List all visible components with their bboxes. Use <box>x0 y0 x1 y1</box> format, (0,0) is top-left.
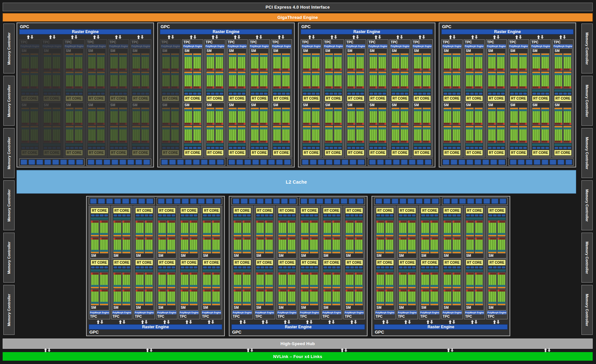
cuda-core-bars <box>312 129 320 141</box>
sm-processing-block <box>212 237 220 253</box>
tex-unit-bar <box>488 147 505 149</box>
sm-label: SM <box>303 49 320 53</box>
scheduler-strip <box>310 304 318 305</box>
rop-unit <box>424 199 430 204</box>
core-bar <box>335 223 336 233</box>
core-bar <box>188 111 190 123</box>
core-bar <box>199 75 201 87</box>
core-bar <box>145 111 147 123</box>
up-down-arrow-pair-icon <box>246 348 254 352</box>
core-bar <box>72 75 74 87</box>
sm-block-grid <box>135 272 153 305</box>
tex-segment <box>203 214 207 216</box>
cuda-core-bars <box>22 129 29 141</box>
cuda-core-bars <box>288 275 295 285</box>
rop-unit <box>349 199 355 204</box>
core-bar <box>251 129 253 141</box>
core-bar <box>444 223 446 233</box>
sm-processing-block <box>399 272 407 289</box>
tex-segment <box>390 214 393 216</box>
rt-core-box: RT CORE <box>66 150 83 156</box>
rop-unit <box>467 159 473 165</box>
core-bar <box>218 57 220 68</box>
scheduler-strip <box>91 304 99 305</box>
tex-unit-bar <box>466 92 483 95</box>
core-bar <box>113 111 114 123</box>
sm-block-grid <box>488 53 505 89</box>
core-bar <box>46 129 48 141</box>
tensor-square <box>398 123 399 125</box>
cuda-core-bars <box>123 292 130 302</box>
core-bar <box>425 57 427 68</box>
sm-block: SMRT CORE <box>553 103 572 157</box>
cuda-core-bars <box>66 129 74 141</box>
core-bar <box>472 57 473 68</box>
rt-core-box: RT CORE <box>443 260 461 265</box>
tex-unit-bar <box>443 214 461 217</box>
sm-processing-block <box>510 71 518 89</box>
cuda-core-bars <box>273 129 281 141</box>
tex-segment <box>119 147 123 149</box>
cuda-core-bars <box>301 223 309 233</box>
core-bar <box>542 57 543 68</box>
tensor-strip <box>282 123 290 125</box>
tex-segment <box>264 147 268 149</box>
core-bar <box>257 129 259 141</box>
polymorph-engine-badge: PolyMorph Engine <box>277 311 297 314</box>
cuda-core-bars <box>323 223 331 233</box>
up-arrow-icon <box>544 348 547 352</box>
rop-group <box>301 159 366 166</box>
core-bar <box>288 57 290 68</box>
cuda-core-bars <box>203 223 211 233</box>
core-bar <box>555 111 557 123</box>
core-bar <box>94 111 96 123</box>
core-bar <box>70 75 72 87</box>
cuda-core-bars <box>132 111 140 123</box>
cuda-core-bars <box>430 223 438 233</box>
tex-segment <box>412 214 416 216</box>
sm-label: SM <box>113 254 131 257</box>
core-bar <box>423 240 425 250</box>
tensor-square <box>116 141 118 143</box>
tex-unit-bar <box>251 92 268 95</box>
core-bar <box>448 57 449 68</box>
l2-cache-label: L2 Cache <box>286 179 307 185</box>
cuda-core-bars <box>243 292 250 302</box>
cuda-core-bars <box>334 129 342 141</box>
rop-unit <box>284 159 291 165</box>
scheduler-strip <box>167 304 175 305</box>
tensor-strip <box>325 86 333 88</box>
scheduler-strip <box>167 287 175 288</box>
core-bar <box>240 275 241 285</box>
core-bar <box>499 111 501 123</box>
sm-processing-block <box>171 108 179 125</box>
sm-processing-block <box>228 108 237 125</box>
l1-cache-strip <box>43 144 61 146</box>
core-bar <box>457 275 459 285</box>
sm-processing-block <box>563 126 571 143</box>
core-bar <box>123 223 124 233</box>
core-bar <box>333 275 334 285</box>
tensor-strip <box>475 86 482 88</box>
core-bar <box>491 292 492 302</box>
core-bar <box>48 129 49 141</box>
sm-processing-block <box>180 237 189 253</box>
core-bar <box>144 129 145 141</box>
up-arrow-icon <box>396 35 399 39</box>
core-bar <box>104 240 106 250</box>
core-bar <box>491 240 492 250</box>
polymorph-engine-badge: PolyMorph Engine <box>179 311 199 314</box>
sm-label: SM <box>414 104 431 107</box>
tpc-block: RT CORESMRT CORESMPolyMorph EngineTPC <box>486 206 508 319</box>
rop-unit <box>341 199 347 204</box>
sm-processing-block <box>30 126 38 143</box>
tensor-strip <box>401 68 408 70</box>
core-bar <box>142 223 143 233</box>
sm-label: SM <box>488 49 505 53</box>
core-bar <box>351 129 353 141</box>
core-bar <box>434 240 436 250</box>
core-bar <box>116 223 117 233</box>
sm-block-grid <box>273 53 290 89</box>
core-bar <box>209 275 211 285</box>
core-bar <box>538 111 540 123</box>
